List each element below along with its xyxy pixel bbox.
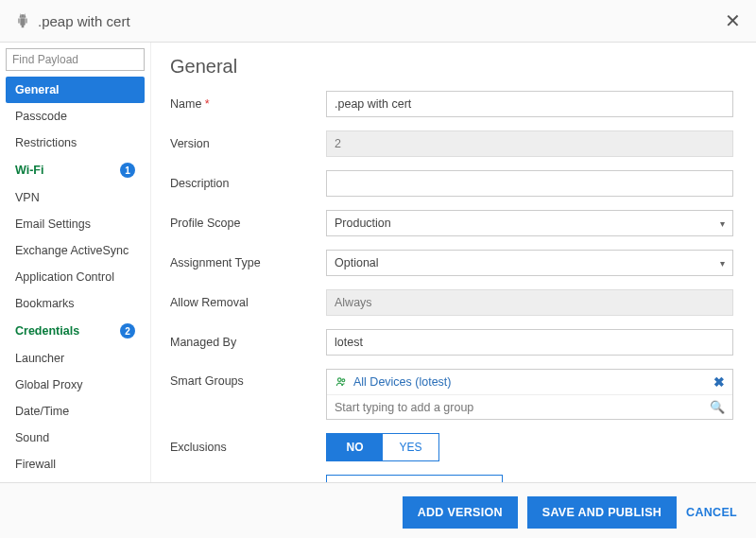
managed-by-input[interactable] [326,329,733,356]
sidebar-item-firewall[interactable]: Firewall [6,451,145,477]
close-button[interactable]: ✕ [725,9,741,32]
sidebar-item-restrictions[interactable]: Restrictions [6,130,145,156]
remove-smart-group-button[interactable]: ✖ [713,374,725,390]
svg-point-0 [338,378,342,382]
sidebar-item-label: Exchange ActiveSync [15,244,129,257]
sidebar: GeneralPasscodeRestrictionsWi-Fi1VPNEmai… [0,43,151,482]
sidebar-badge: 1 [120,163,135,178]
smart-group-add-row[interactable]: Start typing to add a group 🔍 [327,395,732,419]
row-view-assignment: VIEW DEVICE ASSIGNMENT [170,475,733,482]
row-version: Version [170,130,733,157]
sidebar-item-label: Date/Time [15,405,69,418]
exclusions-yes[interactable]: YES [383,434,438,460]
sidebar-item-label: Global Proxy [15,378,83,391]
row-exclusions: Exclusions NO YES [170,433,733,461]
main-panel: General Name * Version Description Profi… [151,43,756,482]
scope-select[interactable]: Production▾ [326,210,733,236]
sidebar-item-display[interactable]: Display [6,477,145,482]
sidebar-item-label: General [15,83,60,96]
row-description: Description [170,170,733,197]
sidebar-item-sound[interactable]: Sound [6,425,145,451]
version-input [326,130,733,157]
sidebar-item-label: Credentials [15,324,79,338]
modal-title: .peap with cert [38,13,130,29]
search-icon: 🔍 [710,400,725,414]
section-title: General [170,56,733,78]
group-icon [335,375,348,389]
sidebar-item-general[interactable]: General [6,77,145,103]
row-name: Name * [170,91,733,117]
allow-removal-input [326,289,733,316]
row-managed-by: Managed By [170,329,733,356]
exclusions-toggle: NO YES [326,433,439,461]
sidebar-item-date-time[interactable]: Date/Time [6,398,145,425]
label-assign-type: Assignment Type [170,256,326,269]
sidebar-item-label: Email Settings [15,217,91,231]
scope-value: Production [335,217,391,230]
sidebar-item-global-proxy[interactable]: Global Proxy [6,372,145,398]
sidebar-item-label: Firewall [15,458,56,471]
header-left: .peap with cert [15,13,130,29]
label-smart-groups: Smart Groups [170,369,326,388]
cancel-button[interactable]: CANCEL [686,506,737,519]
row-assign-type: Assignment Type Optional▾ [170,250,733,276]
label-description: Description [170,177,326,190]
sidebar-item-bookmarks[interactable]: Bookmarks [6,290,145,317]
save-and-publish-button[interactable]: SAVE AND PUBLISH [527,496,677,529]
label-managed-by: Managed By [170,336,326,349]
modal-body: GeneralPasscodeRestrictionsWi-Fi1VPNEmai… [0,43,756,482]
sidebar-item-wi-fi[interactable]: Wi-Fi1 [6,156,145,184]
sidebar-item-label: Application Control [15,270,114,284]
svg-point-1 [342,379,345,382]
assign-value: Optional [335,256,379,269]
smart-group-placeholder: Start typing to add a group [335,401,473,414]
smart-groups-box: All Devices (lotest) ✖ Start typing to a… [326,369,733,420]
description-input[interactable] [326,170,733,197]
label-name: Name * [170,97,326,111]
view-device-assignment-button[interactable]: VIEW DEVICE ASSIGNMENT [326,475,503,482]
modal-footer: ADD VERSION SAVE AND PUBLISH CANCEL [0,482,756,538]
sidebar-item-passcode[interactable]: Passcode [6,103,145,130]
assign-type-select[interactable]: Optional▾ [326,250,733,276]
name-input[interactable] [326,91,733,117]
exclusions-no[interactable]: NO [327,434,383,460]
sidebar-item-exchange-activesync[interactable]: Exchange ActiveSync [6,237,145,264]
sidebar-item-label: VPN [15,191,40,204]
chevron-down-icon: ▾ [720,258,725,269]
sidebar-item-vpn[interactable]: VPN [6,184,145,211]
modal-header: .peap with cert ✕ [0,0,756,43]
label-allow-removal: Allow Removal [170,296,326,309]
row-scope: Profile Scope Production▾ [170,210,733,236]
sidebar-item-application-control[interactable]: Application Control [6,264,145,290]
sidebar-item-label: Restrictions [15,136,77,149]
sidebar-item-label: Passcode [15,110,67,123]
label-exclusions: Exclusions [170,441,326,454]
label-version: Version [170,137,326,150]
smart-group-label: All Devices (lotest) [353,375,452,389]
sidebar-badge: 2 [120,323,135,338]
row-smart-groups: Smart Groups All Devices (lotest) ✖ Star… [170,369,733,420]
chevron-down-icon: ▾ [720,218,725,229]
row-allow-removal: Allow Removal [170,289,733,316]
sidebar-item-label: Bookmarks [15,297,75,310]
label-scope: Profile Scope [170,217,326,230]
sidebar-item-credentials[interactable]: Credentials2 [6,317,145,345]
sidebar-nav: GeneralPasscodeRestrictionsWi-Fi1VPNEmai… [6,77,145,482]
sidebar-item-launcher[interactable]: Launcher [6,345,145,372]
sidebar-item-email-settings[interactable]: Email Settings [6,211,145,237]
payload-search-input[interactable] [6,48,145,71]
add-version-button[interactable]: ADD VERSION [403,496,518,529]
smart-group-chip: All Devices (lotest) ✖ [327,370,732,395]
sidebar-item-label: Launcher [15,352,64,365]
sidebar-item-label: Sound [15,431,49,444]
android-icon [15,13,30,28]
sidebar-item-label: Wi-Fi [15,164,43,177]
